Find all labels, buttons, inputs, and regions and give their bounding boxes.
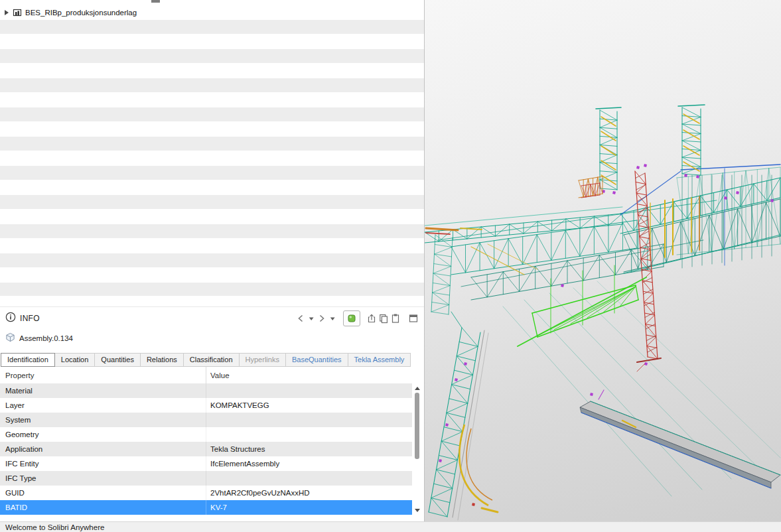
property-name: GUID: [0, 486, 206, 500]
scroll-up-icon[interactable]: [415, 387, 420, 390]
property-value: [206, 471, 412, 486]
info-panel: INFO: [0, 306, 424, 522]
property-name: Geometry: [0, 427, 206, 442]
property-row-ifc-entity[interactable]: IFC EntityIfcElementAssembly: [0, 456, 412, 471]
property-row-guid[interactable]: GUID2VhtAR2Cf0peGvUzNAxxHD: [0, 486, 412, 500]
property-name: System: [0, 413, 206, 427]
selected-object-label: Assembly.0.134: [19, 334, 73, 342]
status-text: Welcome to Solibri Anywhere: [5, 523, 104, 531]
scrollbar-thumb[interactable]: [415, 393, 419, 459]
next-selection-button[interactable]: [317, 312, 326, 325]
solibri-window: BES_RIBp_produksjonsunderlag INFO: [0, 0, 781, 532]
info-icon: [5, 312, 16, 325]
property-name: IFC Entity: [0, 456, 206, 471]
scrollbar-track[interactable]: [412, 391, 422, 507]
property-name: Layer: [0, 398, 206, 413]
property-value: Tekla Structures: [206, 442, 412, 456]
property-name: Material: [0, 383, 206, 398]
tree-empty-rows: [0, 20, 424, 296]
property-rows: MaterialLayerKOMPAKTVEGGSystemGeometryAp…: [0, 383, 424, 515]
show-in-3d-button[interactable]: [343, 310, 360, 326]
info-panel-header: INFO: [0, 307, 424, 330]
property-row-material[interactable]: Material: [0, 383, 412, 398]
property-value: KOMPAKTVEGG: [206, 398, 412, 413]
tab-location[interactable]: Location: [54, 353, 96, 367]
property-column-header[interactable]: Property: [0, 367, 206, 383]
tab-hyperlinks[interactable]: Hyperlinks: [239, 353, 286, 367]
next-selection-dropdown-icon[interactable]: [328, 312, 337, 325]
property-row-ifc-type[interactable]: IFC Type: [0, 471, 412, 486]
value-column-header[interactable]: Value: [206, 367, 412, 383]
property-value: IfcElementAssembly: [206, 456, 412, 471]
tree-scrollbar-thumb[interactable]: [151, 0, 160, 3]
property-name: BATID: [0, 500, 206, 515]
tab-classification[interactable]: Classification: [183, 353, 240, 367]
tab-basequantities[interactable]: BaseQuantities: [285, 353, 348, 367]
float-window-button[interactable]: [408, 312, 419, 325]
export-button[interactable]: [366, 312, 377, 325]
paste-button[interactable]: [390, 312, 401, 325]
prev-selection-dropdown-icon[interactable]: [307, 312, 316, 325]
tab-identification[interactable]: Identification: [1, 353, 55, 367]
info-tab-bar: IdentificationLocationQuantitiesRelation…: [0, 347, 424, 367]
property-table: Property Value MaterialLayerKOMPAKTVEGGS…: [0, 367, 424, 522]
property-name: Application: [0, 442, 206, 456]
property-value: [206, 383, 412, 398]
property-row-geometry[interactable]: Geometry: [0, 427, 412, 442]
property-value: 2VhtAR2Cf0peGvUzNAxxHD: [206, 486, 412, 500]
property-value: KV-7: [206, 500, 412, 515]
viewport-3d[interactable]: [425, 0, 781, 521]
property-value: [206, 427, 412, 442]
left-pane: BES_RIBp_produksjonsunderlag INFO: [0, 0, 425, 521]
property-row-layer[interactable]: LayerKOMPAKTVEGG: [0, 398, 412, 413]
copy-button[interactable]: [378, 312, 389, 325]
scroll-down-icon[interactable]: [415, 509, 420, 512]
tab-relations[interactable]: Relations: [140, 353, 184, 367]
model-icon: [13, 8, 22, 17]
panel-splitter[interactable]: [0, 296, 424, 306]
tree-item-model[interactable]: BES_RIBp_produksjonsunderlag: [0, 5, 424, 20]
bim-model-wireframe: [425, 0, 781, 521]
property-row-system[interactable]: System: [0, 413, 412, 427]
status-bar: Welcome to Solibri Anywhere: [0, 521, 781, 532]
model-tree-panel: BES_RIBp_produksjonsunderlag: [0, 0, 424, 296]
property-name: IFC Type: [0, 471, 206, 486]
info-panel-title: INFO: [20, 314, 40, 323]
info-toolbar: [296, 310, 419, 326]
tree-item-label: BES_RIBp_produksjonsunderlag: [25, 9, 137, 17]
property-table-header: Property Value: [0, 367, 412, 383]
tab-quantities[interactable]: Quantities: [94, 353, 141, 367]
tab-tekla-assembly[interactable]: Tekla Assembly: [348, 353, 411, 367]
expand-arrow-icon[interactable]: [5, 10, 9, 15]
table-scrollbar[interactable]: [412, 384, 422, 515]
property-value: [206, 413, 412, 427]
selected-object-row: Assembly.0.134: [0, 330, 424, 347]
property-row-application[interactable]: ApplicationTekla Structures: [0, 442, 412, 456]
property-row-batid[interactable]: BATIDKV-7: [0, 500, 412, 515]
assembly-cube-icon: [5, 332, 15, 345]
prev-selection-button[interactable]: [296, 312, 305, 325]
